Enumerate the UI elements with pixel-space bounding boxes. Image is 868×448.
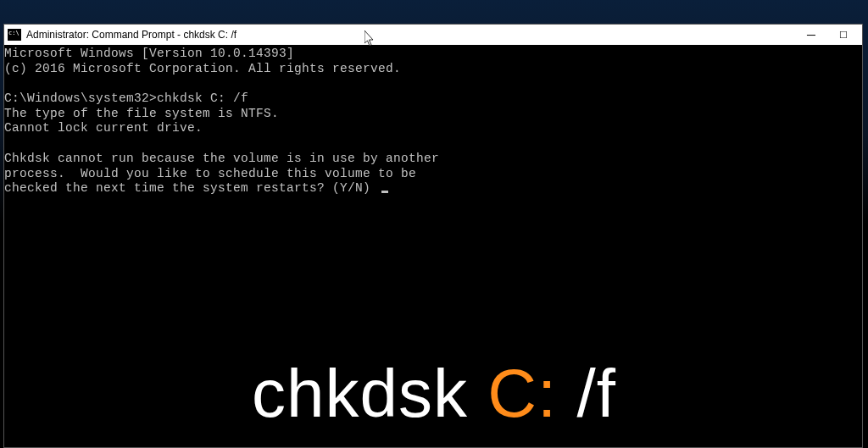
caption-text-1: chkdsk <box>252 356 487 431</box>
caption-text-2: /f <box>557 356 616 431</box>
cmd-icon <box>8 29 21 41</box>
minimize-button[interactable]: ─ <box>803 26 820 43</box>
caption-overlay: chkdsk C: /f <box>0 355 868 433</box>
window-title: Administrator: Command Prompt - chkdsk C… <box>26 29 803 41</box>
prompt-command: chkdsk C: /f <box>157 91 248 105</box>
output-line: Chkdsk cannot run because the volume is … <box>4 152 439 165</box>
output-line: The type of the file system is NTFS. <box>4 107 279 120</box>
titlebar[interactable]: Administrator: Command Prompt - chkdsk C… <box>4 25 862 45</box>
maximize-button[interactable]: ☐ <box>835 26 852 43</box>
output-line: checked the next time the system restart… <box>4 181 378 195</box>
output-line: Cannot lock current drive. <box>4 121 203 135</box>
version-line: Microsoft Windows [Version 10.0.14393] <box>4 47 294 60</box>
window-controls: ─ ☐ <box>803 26 859 43</box>
prompt-path: C:\Windows\system32> <box>4 91 157 105</box>
text-cursor <box>381 191 388 193</box>
copyright-line: (c) 2016 Microsoft Corporation. All righ… <box>4 62 401 75</box>
terminal-output[interactable]: Microsoft Windows [Version 10.0.14393] (… <box>4 45 862 196</box>
output-line: process. Would you like to schedule this… <box>4 167 416 180</box>
caption-accent: C: <box>487 356 557 431</box>
